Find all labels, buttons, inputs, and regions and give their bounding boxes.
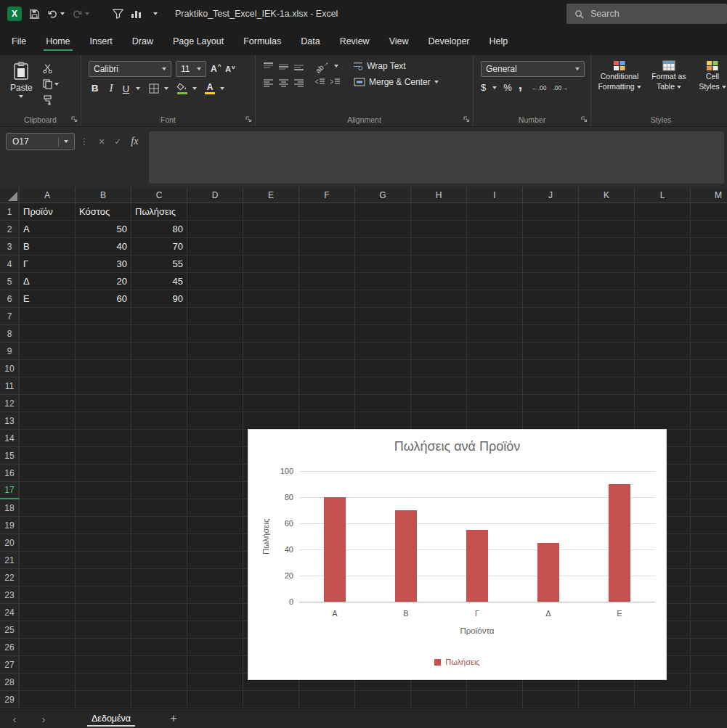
borders-caret[interactable] <box>164 87 168 90</box>
cell-D22[interactable] <box>187 569 243 586</box>
cell-M2[interactable] <box>691 221 727 238</box>
cell-B5[interactable]: 20 <box>76 273 131 290</box>
cell-L13[interactable] <box>635 412 691 430</box>
cell-H13[interactable] <box>411 412 467 430</box>
row-header-5[interactable]: 5 <box>0 273 20 290</box>
previous-sheet-button[interactable]: ‹ <box>0 713 29 725</box>
cell-F3[interactable] <box>299 238 355 255</box>
name-box[interactable]: O17 <box>6 133 75 150</box>
cell-A28[interactable] <box>20 674 76 691</box>
cell-D11[interactable] <box>187 377 243 395</box>
cell-A25[interactable] <box>20 621 76 639</box>
cell-A20[interactable] <box>20 534 76 552</box>
cell-J29[interactable] <box>523 691 579 708</box>
cell-B26[interactable] <box>76 639 131 656</box>
percent-style-button[interactable]: % <box>503 83 512 92</box>
cell-E1[interactable] <box>243 203 299 221</box>
cell-K7[interactable] <box>579 308 635 325</box>
cell-D21[interactable] <box>187 552 243 569</box>
cell-F6[interactable] <box>299 290 355 308</box>
copy-caret[interactable] <box>54 83 59 86</box>
cell-C6[interactable]: 90 <box>131 290 187 308</box>
cell-B16[interactable] <box>76 465 131 482</box>
cell-E29[interactable] <box>243 691 299 708</box>
cell-H10[interactable] <box>411 360 467 377</box>
chart-bar-Ε[interactable] <box>609 484 630 602</box>
cell-D8[interactable] <box>187 325 243 343</box>
cell-M5[interactable] <box>691 273 727 290</box>
cell-D14[interactable] <box>187 430 243 447</box>
number-format-combo[interactable]: General <box>481 61 585 77</box>
cell-M11[interactable] <box>691 377 727 395</box>
cell-B13[interactable] <box>76 412 131 430</box>
font-color-caret[interactable] <box>220 87 224 90</box>
cell-M23[interactable] <box>691 586 727 604</box>
cell-K6[interactable] <box>579 290 635 308</box>
cut-button[interactable] <box>43 64 59 73</box>
cell-L10[interactable] <box>635 360 691 377</box>
cell-I10[interactable] <box>467 360 523 377</box>
cell-B23[interactable] <box>76 586 131 604</box>
cell-E8[interactable] <box>243 325 299 343</box>
row-header-11[interactable]: 11 <box>0 377 20 395</box>
conditional-formatting-button[interactable]: Conditional Formatting <box>596 58 643 91</box>
cell-M4[interactable] <box>691 255 727 273</box>
row-header-7[interactable]: 7 <box>0 308 20 325</box>
cell-K8[interactable] <box>579 325 635 343</box>
cell-C8[interactable] <box>131 325 187 343</box>
cell-G9[interactable] <box>355 343 411 360</box>
cell-H6[interactable] <box>411 290 467 308</box>
cell-J6[interactable] <box>523 290 579 308</box>
fill-color-caret[interactable] <box>192 87 197 90</box>
row-header-21[interactable]: 21 <box>0 552 20 569</box>
cell-L12[interactable] <box>635 395 691 412</box>
cell-I9[interactable] <box>467 343 523 360</box>
cell-I11[interactable] <box>467 377 523 395</box>
row-header-6[interactable]: 6 <box>0 290 20 308</box>
cell-L1[interactable] <box>635 203 691 221</box>
cell-E10[interactable] <box>243 360 299 377</box>
cell-G11[interactable] <box>355 377 411 395</box>
chart-bar-Β[interactable] <box>395 510 417 602</box>
row-header-28[interactable]: 28 <box>0 674 20 691</box>
row-header-18[interactable]: 18 <box>0 499 20 517</box>
cell-J13[interactable] <box>523 412 579 430</box>
accounting-caret[interactable] <box>492 86 497 89</box>
cell-D10[interactable] <box>187 360 243 377</box>
cell-C4[interactable]: 55 <box>131 255 187 273</box>
cell-M16[interactable] <box>691 465 727 482</box>
cell-I29[interactable] <box>467 691 523 708</box>
cell-C17[interactable] <box>131 482 187 499</box>
cell-A10[interactable] <box>20 360 76 377</box>
cell-L11[interactable] <box>635 377 691 395</box>
cell-M25[interactable] <box>691 621 727 639</box>
cell-G13[interactable] <box>355 412 411 430</box>
cell-B10[interactable] <box>76 360 131 377</box>
menu-tab-formulas[interactable]: Formulas <box>243 28 281 55</box>
cell-C24[interactable] <box>131 604 187 621</box>
cell-D20[interactable] <box>187 534 243 552</box>
cell-I4[interactable] <box>467 255 523 273</box>
borders-button[interactable] <box>149 83 159 94</box>
cell-A23[interactable] <box>20 586 76 604</box>
cell-B21[interactable] <box>76 552 131 569</box>
cell-F7[interactable] <box>299 308 355 325</box>
cell-C25[interactable] <box>131 621 187 639</box>
cell-B9[interactable] <box>76 343 131 360</box>
cell-C2[interactable]: 80 <box>131 221 187 238</box>
cell-K1[interactable] <box>579 203 635 221</box>
cell-M12[interactable] <box>691 395 727 412</box>
cell-F5[interactable] <box>299 273 355 290</box>
cell-H5[interactable] <box>411 273 467 290</box>
cell-E11[interactable] <box>243 377 299 395</box>
format-as-table-button[interactable]: Format as Table <box>646 58 691 91</box>
cell-I6[interactable] <box>467 290 523 308</box>
align-right-button[interactable] <box>293 78 304 87</box>
cell-D25[interactable] <box>187 621 243 639</box>
cell-A2[interactable]: Α <box>20 221 76 238</box>
cell-M22[interactable] <box>691 569 727 586</box>
row-header-13[interactable]: 13 <box>0 412 20 430</box>
cell-M15[interactable] <box>691 447 727 465</box>
embedded-chart[interactable]: Πωλήσεις ανά Προϊόν Πωλήσεις ΑΒΓΔΕ Προϊό… <box>248 429 667 680</box>
cell-B15[interactable] <box>76 447 131 465</box>
